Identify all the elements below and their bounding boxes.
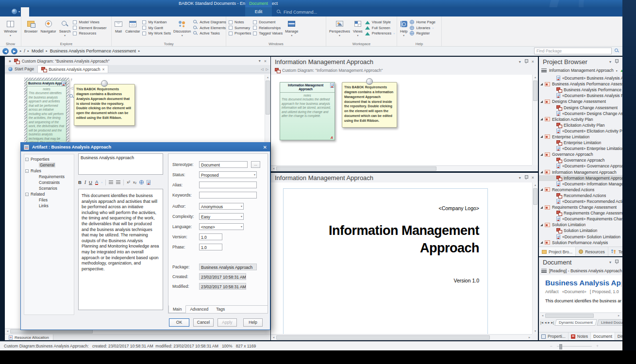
dropdown-icon[interactable]: ▾ <box>609 260 611 265</box>
close-icon[interactable]: × <box>532 175 534 180</box>
ribbon-check-item[interactable]: Notes <box>229 20 251 24</box>
visual-style-item[interactable]: Visual Style <box>365 20 395 24</box>
notes-textarea[interactable]: This document identifies the business an… <box>78 189 163 310</box>
tree-node[interactable]: «Document» Recommended Actions <box>539 199 622 204</box>
tree-node[interactable]: Solution Limitation <box>539 228 622 233</box>
tab-project-browser[interactable]: Project Bro... <box>539 247 576 256</box>
tab-main[interactable]: Main <box>168 305 186 313</box>
full-screen-item[interactable]: Full Screen <box>365 26 395 30</box>
scroll-right-icon[interactable]: ▸ <box>616 313 621 318</box>
search-icon[interactable] <box>615 49 619 53</box>
zoom-out-icon[interactable]: − <box>550 344 552 348</box>
ribbon-check-item[interactable]: Properties <box>229 31 251 35</box>
italic-icon[interactable]: I <box>84 180 86 185</box>
stereotype-browse-button[interactable]: ... <box>251 161 260 168</box>
expander-icon[interactable] <box>540 206 543 209</box>
scroll-up-icon[interactable]: ▴ <box>265 75 270 80</box>
tree-node[interactable]: Recommended Actions <box>539 193 622 199</box>
document-icon[interactable] <box>147 180 151 185</box>
perspectives-button[interactable]: Perspectives▾ <box>328 17 351 37</box>
tab-properties[interactable]: Properti... <box>539 332 569 340</box>
horizontal-scrollbar[interactable]: ◂▸ <box>540 313 621 318</box>
tree-node[interactable]: «Document» Business Analysis Performance… <box>539 93 622 99</box>
stereotype-field[interactable]: Document <box>199 161 248 168</box>
ribbon-tab[interactable] <box>70 7 79 17</box>
dropdown-icon[interactable]: ▾ <box>519 176 521 180</box>
horizontal-scrollbar[interactable]: ◂▸ <box>271 334 532 340</box>
expander-icon[interactable] <box>540 100 543 103</box>
expander-icon[interactable] <box>540 241 543 244</box>
tab-scroll-left-icon[interactable]: ◁ <box>261 67 263 71</box>
tree-node[interactable]: Enterprise Limitation <box>539 140 622 146</box>
ok-button[interactable]: OK <box>169 318 189 327</box>
expander-icon[interactable] <box>540 83 543 85</box>
tree-node[interactable]: Business Analysis Performance Assessment <box>539 87 622 93</box>
dialog-tree-item[interactable]: - Requirements <box>25 174 73 180</box>
apply-button[interactable]: Apply <box>218 318 237 327</box>
zoom-icon[interactable] <box>69 94 74 99</box>
tree-node[interactable]: Business Analysis Performance Assessment <box>539 81 622 87</box>
hamburger-menu-icon[interactable] <box>541 269 547 273</box>
ribbon-tab[interactable] <box>87 7 95 17</box>
expander-icon[interactable] <box>540 171 543 173</box>
tab-dynamic-document[interactable]: Dynamic Document <box>554 319 597 326</box>
scroll-left-icon[interactable]: ◂ <box>540 313 545 318</box>
close-icon[interactable]: ✕ <box>263 145 267 150</box>
tree-node[interactable]: Recommended Actions <box>539 187 622 193</box>
scroll-up-icon[interactable]: ▴ <box>533 75 538 80</box>
alias-field[interactable] <box>199 182 257 188</box>
tab-resources[interactable]: Resources <box>576 247 608 256</box>
help-button[interactable]: Help <box>243 318 263 327</box>
scroll-right-icon[interactable]: ▸ <box>527 335 532 340</box>
note-element[interactable]: This BABOK Requirements diagram contains… <box>342 82 397 128</box>
ribbon-check-item[interactable]: Resources <box>73 31 106 35</box>
hyperlink-globe-icon[interactable] <box>139 180 144 184</box>
superscript-icon[interactable]: x² <box>127 180 130 184</box>
ribbon-check-item[interactable]: Element Browser <box>73 26 106 30</box>
arrow-up-icon[interactable]: ↑ <box>70 77 73 82</box>
dropdown-icon[interactable]: ▾ <box>609 60 611 64</box>
collapse-icon[interactable]: - <box>25 193 29 196</box>
tab-notes[interactable]: Notes <box>569 332 591 340</box>
first-page-icon[interactable]: |◂ <box>540 320 543 325</box>
keywords-field[interactable] <box>199 192 257 199</box>
tree-node[interactable]: Information Management Approach <box>539 169 622 175</box>
cancel-button[interactable]: Cancel <box>193 318 214 327</box>
ribbon-check-item[interactable]: Model Views <box>73 20 106 24</box>
tree-node[interactable]: «Document» Elicitation Activity Plan <box>539 128 622 134</box>
collapse-icon[interactable]: - <box>25 169 29 173</box>
dialog-tree-item[interactable]: - Constraints <box>25 180 73 185</box>
next-page-icon[interactable]: ▸ <box>548 320 550 325</box>
ribbon-check-item[interactable]: Summary <box>229 26 251 30</box>
prev-page-icon[interactable]: ◂ <box>545 320 547 325</box>
tree-node[interactable]: Elicitation Activity Plan <box>539 122 622 128</box>
ribbon-search-item[interactable]: Active Elements <box>193 26 226 30</box>
tab-start-page[interactable]: Start Page <box>5 65 37 73</box>
tab-document[interactable]: Document <box>591 332 615 340</box>
name-field[interactable]: Business Analysis Approach <box>78 153 163 175</box>
tree-node[interactable]: «Document» Requirements Change Assessmen… <box>539 216 622 222</box>
navigator-button[interactable]: Navigator <box>39 17 58 34</box>
pin-icon[interactable] <box>615 59 619 64</box>
tree-node[interactable]: Governance Approach <box>539 151 622 157</box>
tab-tags[interactable]: Tags <box>212 306 229 313</box>
current-package-label[interactable]: Information Management Approach <box>549 68 614 73</box>
tree-node[interactable]: «Document» Information Management Approa… <box>539 181 622 187</box>
views-button[interactable]: Views▾ <box>351 17 364 37</box>
dialog-tree-item[interactable]: - Files <box>25 197 73 203</box>
breadcrumb-package[interactable]: Business Analysis Performance Assessment <box>50 49 136 53</box>
ribbon-tab[interactable] <box>21 7 29 17</box>
dialog-title-bar[interactable]: Artifact : Business Analysis Approach ✕ <box>21 143 270 151</box>
ribbon-tab[interactable] <box>54 7 62 17</box>
tab-business-analysis-approach[interactable]: Business Analysis Approach× <box>37 65 108 73</box>
language-dropdown[interactable]: <none> <box>199 223 244 230</box>
tree-node[interactable]: Elicitation Activity Plan <box>539 116 622 122</box>
expander-icon[interactable] <box>540 118 543 120</box>
mail-button[interactable]: Mail <box>113 17 124 34</box>
phase-field[interactable]: 1.0 <box>199 244 222 250</box>
tree-node[interactable]: Governance Approach <box>539 157 622 163</box>
forward-button[interactable]: ▶ <box>11 48 17 54</box>
underline-icon[interactable]: U <box>89 180 92 185</box>
tree-node[interactable]: Designs Change Assessment <box>539 99 622 104</box>
last-page-icon[interactable]: ▸| <box>551 320 554 325</box>
